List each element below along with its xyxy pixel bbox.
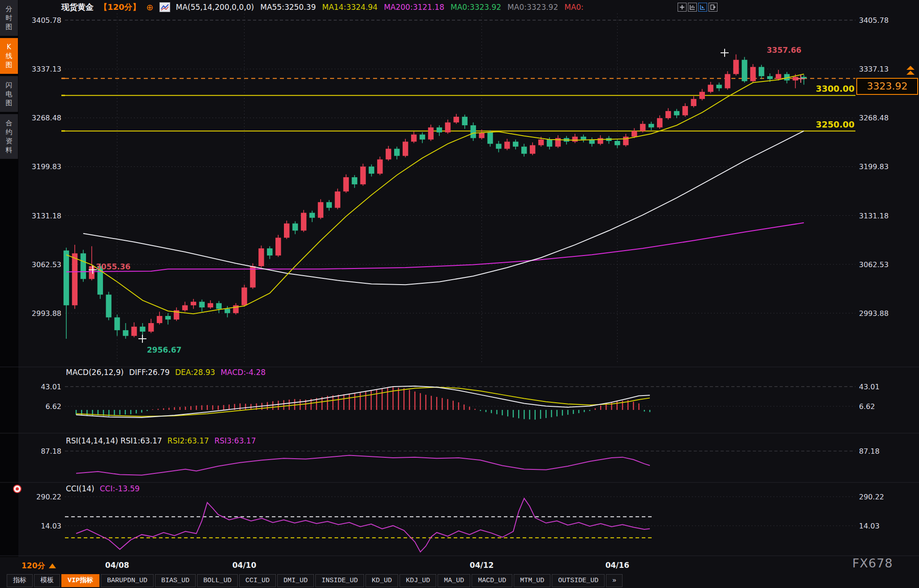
indicator-tab-kdj_ud[interactable]: KDJ_UD [399, 574, 436, 587]
svg-text:14.03: 14.03 [41, 522, 61, 530]
macd-header-item-0: MACD(26,12,9) [66, 368, 124, 377]
cci-header-item-0: CCI(14) [66, 484, 94, 493]
svg-text:87.18: 87.18 [859, 447, 880, 456]
macd-header: MACD(26,12,9)DIFF:26.79DEA:28.93MACD:-4.… [66, 368, 266, 377]
last-price-box: 3323.92 [856, 78, 918, 95]
svg-text:14.03: 14.03 [859, 522, 880, 530]
indicator-tabbar: 指标模板VIP指标BARUPDN_UDBIAS_UDBOLL_UDCCI_UDD… [7, 574, 919, 587]
svg-text:3268.48: 3268.48 [32, 114, 61, 122]
svg-text:3337.13: 3337.13 [32, 65, 61, 73]
svg-text:2993.88: 2993.88 [859, 309, 889, 318]
indicator-tab-cci_ud[interactable]: CCI_UD [239, 574, 276, 587]
indicator-tab-outside_ud[interactable]: OUTSIDE_UD [552, 574, 605, 587]
indicator-tab-vip[interactable]: VIP指标 [61, 574, 99, 587]
macd-header-item-2: DEA:28.93 [175, 368, 215, 377]
svg-text:2993.88: 2993.88 [32, 309, 61, 318]
indicator-tab-mtm_ud[interactable]: MTM_UD [514, 574, 550, 587]
svg-text:3199.83: 3199.83 [32, 162, 61, 171]
indicator-tab-macd_ud[interactable]: MACD_UD [472, 574, 512, 587]
svg-text:43.01: 43.01 [41, 383, 61, 391]
cci-header: CCI(14)CCI:-13.59 [66, 484, 140, 493]
svg-text:3062.53: 3062.53 [32, 260, 61, 269]
svg-text:3268.48: 3268.48 [859, 114, 889, 122]
svg-text:3405.78: 3405.78 [32, 16, 61, 25]
chart-canvas[interactable]: 3405.783405.783337.133337.133268.483268.… [0, 0, 919, 588]
svg-text:6.62: 6.62 [45, 402, 61, 411]
indicator-tab-barupdn_ud[interactable]: BARUPDN_UD [101, 574, 154, 587]
indicator-tab-inside_ud[interactable]: INSIDE_UD [315, 574, 364, 587]
time-axis: 120分 04/0804/1004/1204/16 [0, 557, 919, 573]
watermark: FX678 [852, 556, 893, 570]
macd-header-item-3: MACD:-4.28 [220, 368, 266, 377]
macd-header-item-1: DIFF:26.79 [129, 368, 170, 377]
indicator-tab-[interactable]: 模板 [34, 574, 60, 587]
trading-app-window: 分时图K线图闪电图合约资料 现货黄金 【120分】 ⊕ MA(55,14,200… [0, 0, 919, 588]
indicator-tab-bias_ud[interactable]: BIAS_UD [155, 574, 196, 587]
up-triangle-icon [49, 563, 56, 568]
rsi-header: RSI(14,14,14) RSI1:63.17RSI2:63.17RSI3:6… [66, 436, 256, 445]
indicator-tab-dmi_ud[interactable]: DMI_UD [277, 574, 314, 587]
date-tick: 04/16 [606, 561, 630, 570]
rsi-header-item-1: RSI2:63.17 [167, 436, 209, 445]
price-annotation-0: 3357.66 [767, 46, 801, 55]
svg-text:3131.18: 3131.18 [32, 212, 61, 220]
indicator-tab-more[interactable]: » [606, 574, 623, 587]
svg-text:3337.13: 3337.13 [859, 65, 889, 73]
date-tick: 04/10 [232, 561, 257, 570]
indicator-tab-kd_ud[interactable]: KD_UD [365, 574, 398, 587]
date-tick: 04/12 [470, 561, 494, 570]
price-annotation-1: 3055.36 [96, 262, 130, 271]
svg-text:3199.83: 3199.83 [859, 162, 889, 171]
svg-text:290.22: 290.22 [36, 493, 61, 501]
svg-text:3405.78: 3405.78 [859, 16, 889, 25]
timeframe-indicator[interactable]: 120分 [21, 561, 56, 571]
svg-text:43.01: 43.01 [859, 383, 880, 391]
svg-text:6.62: 6.62 [859, 402, 875, 411]
svg-text:290.22: 290.22 [859, 493, 884, 501]
date-tick: 04/08 [105, 561, 129, 570]
svg-text:3062.53: 3062.53 [859, 260, 889, 269]
indicator-tab-boll_ud[interactable]: BOLL_UD [197, 574, 238, 587]
svg-text:87.18: 87.18 [41, 447, 61, 456]
cci-header-item-1: CCI:-13.59 [100, 484, 140, 493]
price-annotation-2: 2956.67 [147, 345, 181, 354]
indicator-tab-ma_ud[interactable]: MA_UD [438, 574, 470, 587]
indicator-tab-[interactable]: 指标 [7, 574, 33, 587]
svg-text:3250.00: 3250.00 [816, 119, 855, 129]
rsi-header-item-0: RSI(14,14,14) RSI1:63.17 [66, 436, 162, 445]
price-up-arrows-icon [906, 66, 915, 76]
svg-text:3131.18: 3131.18 [859, 212, 889, 220]
rsi-header-item-2: RSI3:63.17 [215, 436, 256, 445]
svg-text:3300.00: 3300.00 [816, 84, 855, 94]
